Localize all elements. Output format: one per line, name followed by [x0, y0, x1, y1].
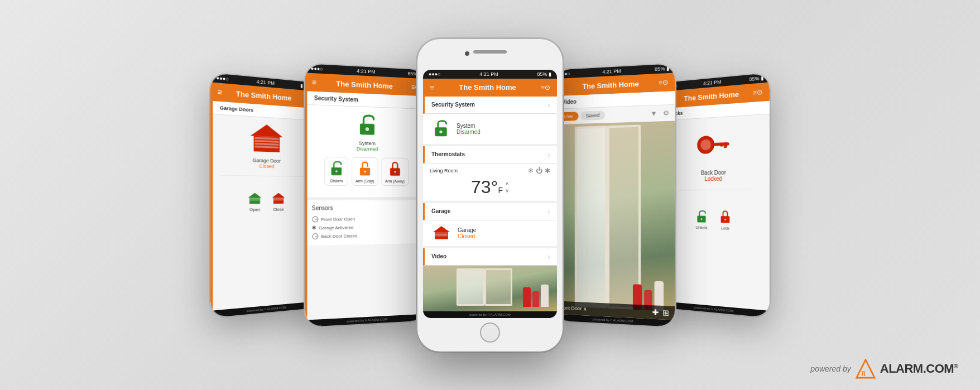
center-garage-name: Garage: [458, 227, 476, 233]
section-security-label: Security System: [431, 102, 547, 108]
header-center: ≡ The Smith Home ≡⊙: [423, 79, 557, 97]
close-button[interactable]: Close: [271, 192, 286, 212]
powered-by-text: powered by: [810, 364, 851, 373]
camera-arrow-icon: ∧: [583, 306, 587, 311]
tab-saved[interactable]: Saved: [580, 110, 605, 120]
menu-icon-2[interactable]: ≡: [312, 78, 316, 87]
sensor3-icon: [312, 233, 319, 239]
home-button[interactable]: [480, 322, 500, 343]
section-thermostat-label: Thermostats: [431, 151, 547, 157]
header-title-4: The Smith Home: [583, 79, 639, 90]
sensors-title: Sensors: [312, 204, 420, 211]
thermostat-content: Living Room ❄ ⏻ ✱ 73°F ∧ ∨: [423, 163, 557, 203]
menu-icon-1[interactable]: ≡: [218, 87, 222, 97]
section-thermostat-arrow: ›: [547, 150, 550, 159]
svg-rect-39: [720, 142, 723, 146]
power-icon: ⏻: [536, 167, 542, 175]
live-video-feed: Front Door ∧ ✚ ⊞: [554, 121, 675, 320]
arm-away-label: Arm (Away): [385, 179, 405, 183]
section-security-row[interactable]: Security System ›: [423, 97, 557, 114]
phone-main-center: ●●●○ 4:21 PM 85% ▮ ≡ The Smith Home ≡⊙ S…: [417, 39, 563, 352]
garage-content: Garage Closed: [423, 220, 557, 248]
fan-icon: ✱: [545, 167, 550, 175]
thermostat-room: Living Room: [430, 168, 458, 174]
section-border-2: [305, 91, 307, 320]
center-garage-icon: [432, 225, 451, 242]
svg-marker-44: [857, 360, 875, 378]
center-lock-icon: [432, 118, 450, 139]
svg-rect-38: [724, 142, 727, 148]
signal-center: ●●●○: [429, 71, 441, 77]
arm-away-icon: [387, 160, 402, 178]
settings-icon-5[interactable]: ≡⊙: [753, 88, 763, 97]
unlock-label: Unlock: [696, 225, 707, 229]
settings-icon-4[interactable]: ≡⊙: [659, 78, 669, 86]
svg-rect-33: [435, 234, 448, 235]
section-garage-row[interactable]: Garage ›: [423, 203, 557, 220]
sensor1-icon: [312, 215, 319, 222]
center-system-label: System: [457, 123, 481, 129]
arm-stay-label: Arm (Stay): [356, 179, 374, 182]
screen-content-2: Security System System Disarmed: [305, 91, 426, 320]
lock-action-button[interactable]: Lock: [719, 209, 732, 230]
header-title-2: The Smith Home: [336, 79, 393, 90]
fullscreen-icon[interactable]: ⊞: [662, 308, 669, 317]
screen-content-1: Garage Doors Garage Door Closed: [210, 100, 319, 310]
svg-marker-0: [251, 123, 283, 137]
open-button[interactable]: Open: [247, 191, 263, 212]
battery-4: 85% ▮: [655, 65, 669, 72]
snowflake-icon: ❄: [528, 167, 534, 175]
garage-door-icon-large: [248, 121, 286, 156]
temp-unit: F: [498, 186, 503, 195]
temp-down-arrow[interactable]: ∨: [505, 187, 509, 194]
section-thermostat-row[interactable]: Thermostats ›: [423, 146, 557, 163]
section-video-label: Video: [431, 253, 547, 259]
lock-label: Lock: [721, 226, 729, 230]
section-label-1: Garage Doors: [217, 104, 254, 113]
section-video-arrow: ›: [547, 252, 550, 261]
signal-1: ●●●○: [217, 75, 229, 81]
signal-2: ●●●○: [311, 65, 323, 71]
security-summary: System Disarmed: [423, 114, 557, 146]
phone-security: ●●●○ 4:21 PM 85% ▮ ≡ The Smith Home ≡⊙ S…: [305, 63, 426, 326]
filter-icon[interactable]: ▼: [651, 109, 657, 118]
section-security-arrow: ›: [547, 100, 550, 109]
add-camera-icon[interactable]: ✚: [652, 307, 659, 317]
garage-door-status: Closed: [259, 163, 274, 169]
system-label-2: System: [359, 140, 376, 146]
video-settings-icon[interactable]: ⚙: [663, 109, 669, 117]
close-garage-icon: [271, 192, 286, 205]
time-5: 4:21 PM: [703, 79, 721, 86]
garage-screen: Garage Door Closed Open: [210, 114, 319, 310]
header-title-center: The Smith Home: [459, 83, 516, 92]
header-title-1: The Smith Home: [236, 89, 292, 102]
disarm-button[interactable]: Disarm: [324, 156, 348, 185]
status-bar-center: ●●●○ 4:21 PM 85% ▮: [423, 70, 557, 79]
front-camera: [465, 51, 469, 56]
unlock-button[interactable]: Unlock: [695, 209, 708, 229]
settings-icon-center[interactable]: ≡⊙: [541, 84, 550, 92]
sensor-1: Front Door Open: [312, 214, 420, 224]
svg-rect-34: [435, 235, 448, 236]
open-garage-icon: [247, 191, 263, 205]
lock-action-buttons: Unlock Lock: [695, 209, 732, 230]
center-system-status: Disarmed: [457, 129, 481, 135]
disarm-icon: [329, 159, 344, 177]
arm-away-button[interactable]: Arm (Away): [381, 157, 409, 186]
menu-icon-center[interactable]: ≡: [430, 83, 434, 92]
screen-content-5: Locks Back Door Locked: [661, 100, 770, 310]
svg-text:/\: /\: [862, 370, 866, 378]
section-border-1: [210, 100, 213, 310]
phone-garage-door: ●●●○ 4:21 PM ▮ 85% ≡ The Smith Home ≡⊙ G…: [210, 73, 319, 317]
key-icon-large: [695, 131, 733, 166]
header-title-5: The Smith Home: [684, 89, 739, 102]
temp-up-arrow[interactable]: ∧: [505, 180, 509, 186]
video-thumbnail: [423, 266, 557, 311]
arm-stay-button[interactable]: Arm (Stay): [352, 157, 378, 186]
phone-video: ●●●○ 4:21 PM 85% ▮ ≡ The Smith Home ≡⊙ V…: [554, 63, 675, 326]
lock-name: Back Door: [701, 169, 726, 176]
section-garage-arrow: ›: [547, 207, 550, 216]
unlock-icon: [695, 209, 708, 224]
section-video-row[interactable]: Video ›: [423, 248, 557, 266]
disarm-label: Disarm: [330, 179, 343, 182]
